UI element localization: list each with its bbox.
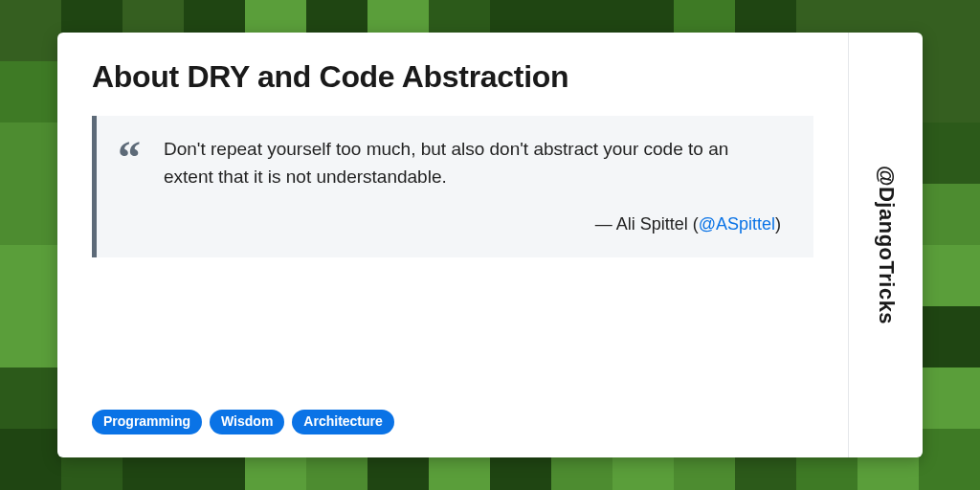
open-quote-icon: “ <box>118 146 141 169</box>
tag-row: Programming Wisdom Architecture <box>92 392 813 434</box>
tag-pill[interactable]: Architecture <box>292 410 393 434</box>
tag-pill[interactable]: Programming <box>92 410 202 434</box>
author-suffix: ) <box>775 214 781 234</box>
quote-attribution: — Ali Spittel (@ASpittel) <box>118 214 787 234</box>
main-column: About DRY and Code Abstraction “ Don't r… <box>57 33 848 457</box>
quote-block: “ Don't repeat yourself too much, but al… <box>92 116 813 257</box>
content-card: About DRY and Code Abstraction “ Don't r… <box>57 33 923 457</box>
author-name: — Ali Spittel ( <box>595 214 699 234</box>
author-handle-link[interactable]: @ASpittel <box>699 214 775 234</box>
quote-text: Don't repeat yourself too much, but also… <box>164 135 787 191</box>
sidebar: @DjangoTricks <box>848 33 923 457</box>
page-title: About DRY and Code Abstraction <box>92 59 813 95</box>
tag-pill[interactable]: Wisdom <box>210 410 284 434</box>
account-handle[interactable]: @DjangoTricks <box>874 166 899 324</box>
